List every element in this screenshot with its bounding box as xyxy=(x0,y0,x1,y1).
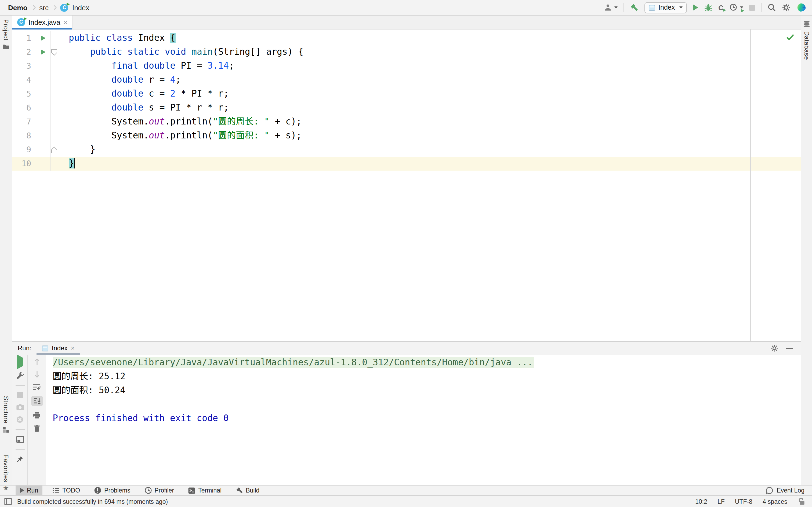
stop-icon[interactable] xyxy=(17,392,23,398)
code-line-8[interactable]: 8 System.out.println("圆的面积: " + s); xyxy=(12,129,801,143)
pin-icon[interactable] xyxy=(16,455,23,463)
user-dropdown-button[interactable] xyxy=(604,3,618,12)
code-line-4[interactable]: 4 double r = 4; xyxy=(12,73,801,87)
profiler-label: Profiler xyxy=(154,487,174,494)
line-number: 5 xyxy=(12,87,36,101)
chevron-right-icon xyxy=(52,5,57,10)
caret-position[interactable]: 10:2 xyxy=(695,498,707,505)
run-tab-index[interactable]: Index × xyxy=(37,342,80,355)
breadcrumb-src[interactable]: src xyxy=(39,3,49,11)
inspections-ok-icon[interactable] xyxy=(786,34,794,40)
kill-process-icon[interactable] xyxy=(16,416,23,423)
tool-button-profiler[interactable]: Profiler xyxy=(140,486,178,495)
tool-button-project[interactable]: Project xyxy=(0,19,12,50)
status-message[interactable]: Build completed successfully in 694 ms (… xyxy=(17,498,168,505)
close-icon[interactable]: × xyxy=(64,19,67,25)
divider xyxy=(15,385,24,386)
line-number: 4 xyxy=(12,73,36,87)
gear-icon[interactable] xyxy=(771,344,778,352)
event-log-button[interactable]: Event Log xyxy=(765,486,805,494)
trash-icon[interactable] xyxy=(33,425,40,432)
code-line-1[interactable]: 1public class Index { xyxy=(12,31,801,45)
down-arrow-icon[interactable] xyxy=(34,371,40,378)
fold-column xyxy=(50,129,61,143)
code-line-9[interactable]: 9 } xyxy=(12,143,801,157)
coverage-icon: C xyxy=(718,4,723,11)
unlock-icon[interactable] xyxy=(798,497,805,505)
indent-style[interactable]: 4 spaces xyxy=(763,498,787,505)
search-everywhere-button[interactable] xyxy=(767,3,776,12)
fold-marker-down[interactable] xyxy=(50,45,61,59)
scroll-to-end-button-active[interactable] xyxy=(31,396,43,406)
gutter-icon-slot xyxy=(36,73,50,87)
bug-icon xyxy=(704,3,712,12)
print-icon[interactable] xyxy=(33,411,41,419)
tab-index-java[interactable]: C Index.java × xyxy=(12,15,73,29)
fold-column xyxy=(50,59,61,73)
run-line-marker[interactable] xyxy=(36,45,50,59)
chevron-down-icon xyxy=(614,6,618,9)
code-text: System.out.println("圆的周长: " + c); xyxy=(61,115,302,129)
run-icon xyxy=(20,488,24,493)
tool-button-build[interactable]: Build xyxy=(231,486,264,495)
settings-button[interactable] xyxy=(782,3,791,12)
code-line-10[interactable]: 10} xyxy=(12,157,801,171)
soft-wrap-icon[interactable] xyxy=(33,384,41,391)
hide-panel-icon[interactable] xyxy=(786,347,793,349)
fold-column xyxy=(50,87,61,101)
code-line-7[interactable]: 7 System.out.println("圆的周长: " + c); xyxy=(12,115,801,129)
tool-window-switcher-icon[interactable] xyxy=(4,498,12,505)
profiler-button[interactable] xyxy=(729,3,743,12)
code-line-2[interactable]: 2 public static void main(String[] args)… xyxy=(12,45,801,59)
breadcrumb-class[interactable]: Index xyxy=(72,3,89,11)
close-icon[interactable]: × xyxy=(70,345,74,351)
camera-icon[interactable] xyxy=(16,403,24,410)
run-with-coverage-button[interactable]: C xyxy=(718,4,723,11)
fold-marker-up[interactable] xyxy=(50,143,61,157)
run-line-marker[interactable] xyxy=(36,31,50,45)
console-toolbar xyxy=(28,355,46,485)
application-icon xyxy=(42,345,49,351)
up-arrow-icon[interactable] xyxy=(34,358,40,365)
fold-column xyxy=(50,101,61,115)
run-configuration-select[interactable]: Index xyxy=(645,2,687,13)
build-project-button[interactable] xyxy=(630,3,639,12)
tool-button-structure[interactable]: Structure xyxy=(0,396,12,433)
stop-button[interactable] xyxy=(749,5,755,10)
tool-button-favorites[interactable]: Favorites ★ xyxy=(0,454,12,491)
tool-button-database[interactable]: Database xyxy=(801,20,812,60)
line-number: 1 xyxy=(12,31,36,45)
tool-button-terminal[interactable]: Terminal xyxy=(184,486,226,495)
code-text: } xyxy=(61,157,75,171)
tool-button-todo[interactable]: TODO xyxy=(48,486,84,495)
project-stripe-label: Project xyxy=(2,19,10,41)
structure-icon xyxy=(3,427,9,433)
breadcrumb-project[interactable]: Demo xyxy=(8,3,28,11)
code-editor[interactable]: 1public class Index {2 public static voi… xyxy=(12,30,801,341)
gutter-icon-slot xyxy=(36,87,50,101)
folder-icon xyxy=(2,44,10,50)
chevron-down-icon xyxy=(679,6,682,9)
restore-layout-icon[interactable] xyxy=(16,436,24,443)
code-line-6[interactable]: 6 double s = PI * r * r; xyxy=(12,101,801,115)
run-button[interactable] xyxy=(693,4,698,11)
wrench-icon[interactable] xyxy=(16,371,24,379)
code-line-5[interactable]: 5 double c = 2 * PI * r; xyxy=(12,87,801,101)
line-number: 7 xyxy=(12,115,36,129)
console-line-sys: Process finished with exit code 0 xyxy=(53,411,801,426)
code-text: double s = PI * r * r; xyxy=(61,101,229,115)
tool-button-problems[interactable]: Problems xyxy=(90,486,135,495)
file-encoding[interactable]: UTF-8 xyxy=(735,498,752,505)
tool-button-run[interactable]: Run xyxy=(15,486,42,495)
run-header-actions xyxy=(771,344,801,352)
space-plugin-button[interactable] xyxy=(797,2,807,13)
debug-button[interactable] xyxy=(704,3,712,12)
star-icon: ★ xyxy=(3,486,9,491)
run-console[interactable]: /Users/sevenone/Library/Java/JavaVirtual… xyxy=(46,355,801,485)
line-separator[interactable]: LF xyxy=(717,498,725,505)
code-line-3[interactable]: 3 final double PI = 3.14; xyxy=(12,59,801,73)
todo-label: TODO xyxy=(62,487,80,494)
rerun-button[interactable] xyxy=(17,358,23,366)
user-icon xyxy=(604,3,612,12)
console-line-blank xyxy=(53,398,801,411)
